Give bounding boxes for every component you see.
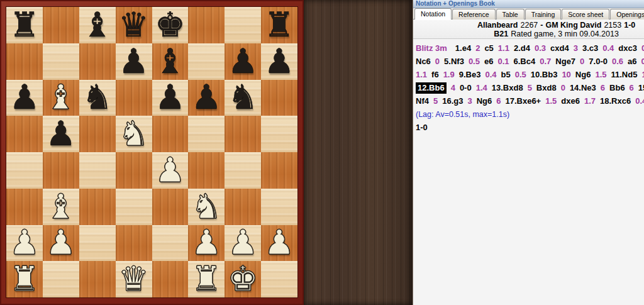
tab-table[interactable]: Table [496, 9, 525, 19]
piece-black-queen-icon[interactable]: ♛ [118, 8, 148, 42]
square-d4[interactable] [116, 152, 152, 189]
move[interactable]: cxd4 [550, 43, 569, 53]
move[interactable]: 3.c3 [582, 43, 598, 53]
square-d8[interactable]: ♛ [116, 7, 152, 43]
square-e4[interactable]: ♟ [152, 152, 189, 189]
move[interactable]: dxc3 [618, 43, 637, 53]
square-f3[interactable]: ♞ [188, 189, 225, 225]
square-b2[interactable]: ♟ [43, 225, 79, 262]
piece-black-pawn-icon[interactable]: ♟ [9, 80, 40, 114]
square-h6[interactable] [261, 80, 297, 116]
square-d2[interactable] [116, 225, 152, 262]
square-e6[interactable]: ♟ [152, 80, 189, 116]
square-f4[interactable] [188, 152, 225, 189]
move[interactable]: 14.Ne3 [570, 83, 596, 92]
move[interactable]: Nf4 [416, 96, 429, 106]
square-d3[interactable] [116, 189, 152, 225]
move[interactable]: Bxd8 [536, 83, 557, 92]
piece-black-knight-icon[interactable]: ♞ [228, 80, 258, 114]
square-d7[interactable]: ♟ [116, 43, 152, 80]
move[interactable]: 0-0 [460, 83, 472, 92]
square-h5[interactable] [261, 116, 297, 152]
move[interactable]: 10.Bb3 [531, 70, 558, 79]
piece-black-rook-icon[interactable]: ♜ [264, 8, 294, 42]
move[interactable]: 11.Nd5 [611, 70, 638, 79]
piece-black-rook-icon[interactable]: ♜ [9, 8, 40, 42]
piece-white-bishop-icon[interactable]: ♝ [46, 80, 76, 114]
square-h4[interactable] [261, 152, 297, 189]
square-f7[interactable] [188, 43, 225, 80]
square-f8[interactable] [188, 7, 225, 43]
square-b3[interactable]: ♝ [43, 189, 79, 225]
tab-score-sheet[interactable]: Score sheet [562, 9, 609, 19]
move[interactable]: 9.Be3 [459, 70, 481, 79]
square-b1[interactable] [43, 261, 79, 297]
move[interactable]: 5.Nf3 [444, 57, 464, 66]
square-c6[interactable]: ♞ [79, 80, 116, 116]
square-a6[interactable]: ♟ [6, 80, 43, 116]
piece-black-pawn-icon[interactable]: ♟ [228, 45, 258, 79]
piece-white-pawn-icon[interactable]: ♟ [46, 226, 76, 260]
square-a1[interactable]: ♜ [6, 261, 43, 297]
piece-black-pawn-icon[interactable]: ♟ [118, 45, 148, 79]
move[interactable]: Nge7 [555, 57, 575, 66]
move[interactable]: 18.Rxc6 [600, 96, 631, 106]
square-e8[interactable]: ♚ [152, 7, 189, 43]
tab-training[interactable]: Training [525, 9, 562, 19]
move[interactable]: Bb6 [609, 83, 625, 92]
piece-white-pawn-icon[interactable]: ♟ [228, 226, 258, 260]
move[interactable]: a6 [628, 57, 636, 66]
square-h1[interactable] [261, 261, 297, 297]
square-g2[interactable]: ♟ [225, 225, 261, 262]
move[interactable]: Nc6 [416, 57, 431, 66]
tab-openings-book[interactable]: Openings Book [610, 9, 644, 19]
move[interactable]: 15.Rc1 [638, 83, 644, 92]
move[interactable]: 17.Bxe6+ [505, 96, 541, 106]
square-b4[interactable] [43, 152, 79, 189]
square-e1[interactable] [152, 261, 189, 297]
square-g7[interactable]: ♟ [225, 43, 261, 80]
move[interactable]: Ng6 [575, 70, 591, 79]
panel-title-bar[interactable]: Notation + Openings Book [413, 0, 644, 8]
square-c4[interactable] [79, 152, 116, 189]
current-move[interactable]: 12.Bb6 [416, 82, 447, 94]
square-b5[interactable]: ♟ [43, 116, 79, 152]
square-a3[interactable] [6, 189, 43, 225]
square-b6[interactable]: ♝ [43, 80, 79, 116]
piece-black-pawn-icon[interactable]: ♟ [155, 80, 185, 114]
square-a8[interactable]: ♜ [6, 7, 43, 43]
square-g4[interactable] [225, 152, 261, 189]
piece-white-rook-icon[interactable]: ♜ [9, 262, 40, 296]
piece-white-king-icon[interactable]: ♚ [228, 262, 258, 296]
square-c7[interactable] [79, 43, 116, 80]
piece-black-bishop-icon[interactable]: ♝ [82, 8, 112, 42]
piece-white-pawn-icon[interactable]: ♟ [264, 226, 294, 260]
piece-black-bishop-icon[interactable]: ♝ [155, 45, 185, 79]
move[interactable]: 2.d4 [514, 43, 530, 53]
move[interactable]: c5 [484, 43, 493, 53]
square-c5[interactable] [79, 116, 116, 152]
move[interactable]: Ng6 [477, 96, 492, 106]
piece-black-pawn-icon[interactable]: ♟ [46, 117, 76, 151]
square-g6[interactable]: ♞ [225, 80, 261, 116]
move[interactable]: 16.g3 [442, 96, 463, 106]
square-e3[interactable] [152, 189, 189, 225]
chess-board[interactable]: ♜♝♛♚♜♟♝♟♟♟♝♞♟♟♞♟♞♟♝♞♟♟♟♟♟♜♛♜♚ [6, 6, 298, 298]
move[interactable]: 1.e4 [455, 43, 471, 53]
square-h3[interactable] [261, 189, 297, 225]
square-f5[interactable] [188, 116, 225, 152]
square-d5[interactable]: ♞ [116, 116, 152, 152]
square-b8[interactable] [43, 7, 79, 43]
square-f2[interactable]: ♟ [188, 225, 225, 262]
square-g8[interactable] [225, 7, 261, 43]
piece-black-knight-icon[interactable]: ♞ [82, 80, 112, 114]
square-d1[interactable]: ♛ [116, 261, 152, 297]
piece-black-pawn-icon[interactable]: ♟ [264, 45, 294, 79]
move[interactable]: b5 [501, 70, 511, 79]
square-g1[interactable]: ♚ [225, 261, 261, 297]
square-a5[interactable] [6, 116, 43, 152]
square-h2[interactable]: ♟ [261, 225, 297, 262]
square-c2[interactable] [79, 225, 116, 262]
square-c8[interactable]: ♝ [79, 7, 116, 43]
square-h7[interactable]: ♟ [261, 43, 297, 80]
